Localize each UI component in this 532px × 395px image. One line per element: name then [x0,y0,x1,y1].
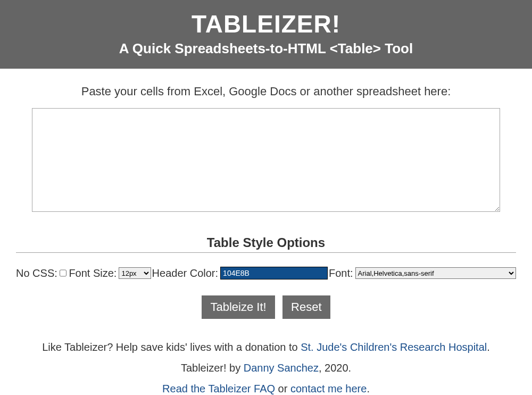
faq-link[interactable]: Read the Tableizer FAQ [162,383,275,394]
font-size-select[interactable]: 12px [119,267,151,279]
footer: Like Tableizer? Help save kids' lives wi… [11,337,521,395]
header-color-input[interactable] [220,267,328,279]
app-header: TABLEIZER! A Quick Spreadsheets-to-HTML … [0,0,532,69]
stjude-link[interactable]: St. Jude's Children's Research Hospital [301,341,487,353]
options-heading: Table Style Options [11,235,521,250]
byline-suffix: , 2020. [319,362,351,374]
cells-textarea[interactable] [32,108,500,212]
donation-text: Like Tableizer? Help save kids' lives wi… [42,341,301,353]
app-subtitle: A Quick Spreadsheets-to-HTML <Table> Too… [0,40,532,57]
header-color-label: Header Color: [152,267,219,279]
period: . [487,341,490,353]
font-size-label: Font Size: [69,267,117,279]
no-css-checkbox[interactable] [60,269,67,277]
button-row: Tableize It! Reset [11,295,521,319]
options-divider [16,252,516,253]
reset-button[interactable]: Reset [282,295,330,319]
tableize-button[interactable]: Tableize It! [202,295,275,319]
main-container: Paste your cells from Excel, Google Docs… [0,69,532,395]
font-label: Font: [329,267,353,279]
paste-prompt: Paste your cells from Excel, Google Docs… [11,85,521,98]
or-text: or [275,383,290,394]
contact-link[interactable]: contact me here [290,383,367,394]
period2: . [367,383,370,394]
options-row: No CSS: Font Size: 12px Header Color: Fo… [11,267,521,279]
byline-prefix: Tableizer! by [181,362,244,374]
no-css-label: No CSS: [16,267,57,279]
author-link[interactable]: Danny Sanchez [244,362,319,374]
font-select[interactable]: Arial,Helvetica,sans-serif [355,267,516,279]
app-title: TABLEIZER! [0,10,532,38]
